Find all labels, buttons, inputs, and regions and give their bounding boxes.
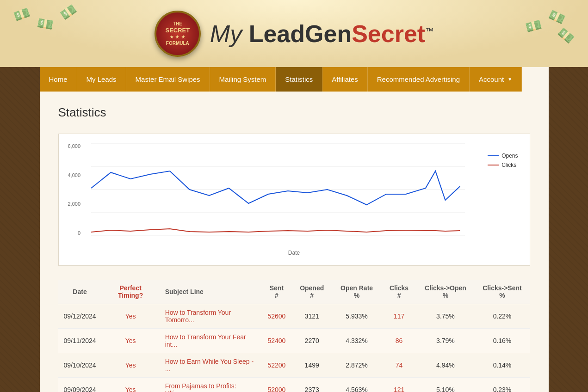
- col-date: Date: [58, 280, 102, 304]
- cell-clicks-sent: 0.14%: [474, 353, 530, 378]
- cell-perfect-timing: Yes: [102, 329, 160, 353]
- brand-my: My: [210, 20, 242, 47]
- cell-clicks-open: 3.75%: [416, 304, 474, 329]
- cell-clicks: 74: [382, 353, 417, 378]
- seal-line2: SECRET: [165, 27, 190, 35]
- cell-clicks: 86: [382, 329, 417, 353]
- cell-clicks-open: 4.94%: [416, 353, 474, 378]
- chart-area: 6,000 4,000 2,000 0: [91, 143, 465, 236]
- sent-link[interactable]: 52000: [267, 386, 285, 392]
- statistics-table: Date Perfect Timing? Subject Line Sent #…: [58, 280, 530, 392]
- sent-link[interactable]: 52200: [267, 361, 285, 369]
- y-axis-labels: 6,000 4,000 2,000 0: [68, 143, 85, 236]
- nav-item-account[interactable]: Account ▼: [470, 67, 522, 92]
- y-label-4000: 4,000: [68, 172, 85, 178]
- col-opened: Opened #: [292, 280, 332, 304]
- brand-title: My LeadGenSecret™: [210, 20, 433, 48]
- seal-line3: FORMULA: [165, 40, 190, 46]
- subject-link[interactable]: How to Transform Your Tomorro...: [165, 309, 231, 324]
- chart-svg: [91, 143, 465, 236]
- seal-stars: ★ ★ ★: [165, 35, 190, 40]
- y-label-6000: 6,000: [68, 143, 85, 149]
- cell-date: 09/12/2024: [58, 304, 102, 329]
- account-chevron-icon: ▼: [508, 77, 512, 82]
- cell-sent: 52000: [261, 378, 292, 392]
- cell-subject: How to Transform Your Fear int...: [160, 329, 261, 353]
- clicks-link[interactable]: 74: [396, 361, 403, 369]
- x-axis-label: Date: [68, 250, 520, 256]
- cell-perfect-timing: Yes: [102, 353, 160, 378]
- subject-link[interactable]: From Pajamas to Profits: Ultim...: [165, 382, 236, 392]
- clicks-link[interactable]: 121: [394, 386, 404, 392]
- cell-clicks-open: 3.79%: [416, 329, 474, 353]
- col-clicks: Clicks #: [382, 280, 417, 304]
- page-title: Statistics: [58, 105, 530, 120]
- cell-opened: 3121: [292, 304, 332, 329]
- content-area: Statistics 6,000 4,000 2,000 0: [40, 92, 549, 392]
- cell-date: 09/11/2024: [58, 329, 102, 353]
- chart-legend: Opens Clicks: [488, 153, 518, 171]
- cell-clicks: 121: [382, 378, 417, 392]
- subject-link[interactable]: How to Earn While You Sleep - ...: [165, 358, 254, 373]
- sent-link[interactable]: 52400: [267, 337, 285, 344]
- legend-opens-label: Opens: [501, 153, 518, 159]
- nav-bar: Home My Leads Master Email Swipes Mailin…: [40, 67, 549, 92]
- table-row: 09/12/2024 Yes How to Transform Your Tom…: [58, 304, 530, 329]
- cell-date: 09/10/2024: [58, 353, 102, 378]
- cell-sent: 52400: [261, 329, 292, 353]
- cell-clicks-open: 5.10%: [416, 378, 474, 392]
- clicks-link[interactable]: 86: [396, 337, 403, 344]
- nav-item-my-leads[interactable]: My Leads: [77, 67, 126, 92]
- cell-sent: 52200: [261, 353, 292, 378]
- y-label-0: 0: [68, 230, 85, 236]
- table-row: 09/11/2024 Yes How to Transform Your Fea…: [58, 329, 530, 353]
- cell-clicks-sent: 0.16%: [474, 329, 530, 353]
- cell-sent: 52600: [261, 304, 292, 329]
- legend-opens-line: [488, 155, 499, 156]
- cell-opened: 2270: [292, 329, 332, 353]
- table-row: 09/09/2024 Yes From Pajamas to Profits: …: [58, 378, 530, 392]
- logo-seal: THE SECRET ★ ★ ★ FORMULA: [155, 11, 201, 57]
- cell-open-rate: 4.332%: [332, 329, 382, 353]
- cell-subject: How to Transform Your Tomorro...: [160, 304, 261, 329]
- col-subject-line: Subject Line: [160, 280, 261, 304]
- legend-clicks-label: Clicks: [501, 162, 516, 168]
- brand-tm: ™: [425, 26, 433, 35]
- sent-link[interactable]: 52600: [267, 312, 285, 320]
- cell-subject: From Pajamas to Profits: Ultim...: [160, 378, 261, 392]
- col-perfect-timing: Perfect Timing?: [102, 280, 160, 304]
- subject-link[interactable]: How to Transform Your Fear int...: [165, 333, 246, 348]
- cell-opened: 1499: [292, 353, 332, 378]
- legend-clicks: Clicks: [488, 162, 518, 168]
- table-row: 09/10/2024 Yes How to Earn While You Sle…: [58, 353, 530, 378]
- col-sent: Sent #: [261, 280, 292, 304]
- clicks-link[interactable]: 117: [394, 312, 404, 320]
- cell-opened: 2373: [292, 378, 332, 392]
- y-label-2000: 2,000: [68, 201, 85, 207]
- cell-open-rate: 4.563%: [332, 378, 382, 392]
- nav-item-recommended-advertising[interactable]: Recommended Advertising: [368, 67, 470, 92]
- cell-subject: How to Earn While You Sleep - ...: [160, 353, 261, 378]
- table-header-row: Date Perfect Timing? Subject Line Sent #…: [58, 280, 530, 304]
- brand-secret: Secret: [352, 20, 425, 47]
- legend-clicks-line: [488, 165, 499, 165]
- cell-date: 09/09/2024: [58, 378, 102, 392]
- nav-item-affiliates[interactable]: Affiliates: [322, 67, 367, 92]
- col-open-rate: Open Rate %: [332, 280, 382, 304]
- brand-lead-gen: LeadGen: [249, 20, 352, 47]
- cell-clicks-sent: 0.22%: [474, 304, 530, 329]
- nav-item-master-email-swipes[interactable]: Master Email Swipes: [126, 67, 210, 92]
- chart-container: 6,000 4,000 2,000 0: [58, 134, 530, 266]
- legend-opens: Opens: [488, 153, 518, 159]
- col-clicks-sent: Clicks->Sent %: [474, 280, 530, 304]
- main-container: Home My Leads Master Email Swipes Mailin…: [40, 67, 549, 392]
- nav-item-mailing-system[interactable]: Mailing System: [210, 67, 276, 92]
- cell-open-rate: 5.933%: [332, 304, 382, 329]
- cell-perfect-timing: Yes: [102, 378, 160, 392]
- cell-clicks: 117: [382, 304, 417, 329]
- nav-item-home[interactable]: Home: [40, 67, 77, 92]
- nav-item-statistics[interactable]: Statistics: [276, 67, 322, 92]
- col-clicks-open: Clicks->Open %: [416, 280, 474, 304]
- cell-open-rate: 2.872%: [332, 353, 382, 378]
- seal-line1: THE: [165, 21, 190, 27]
